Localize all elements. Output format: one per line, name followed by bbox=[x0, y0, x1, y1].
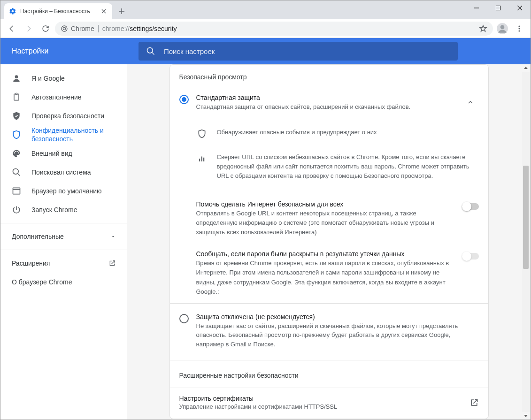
scroll-up-arrow-icon[interactable] bbox=[522, 64, 530, 72]
svg-point-7 bbox=[518, 30, 520, 31]
site-info-chip[interactable]: Chrome bbox=[61, 25, 94, 32]
search-icon bbox=[146, 46, 155, 56]
radio-option-standard-protection[interactable]: Стандартная защита Стандартная защита от… bbox=[170, 89, 488, 123]
shield-icon bbox=[196, 128, 208, 139]
sidebar-item-on-startup[interactable]: Запуск Chrome bbox=[0, 200, 127, 219]
detail-text: Сверяет URL со списком небезопасных сайт… bbox=[217, 153, 479, 181]
tab-close-icon[interactable] bbox=[100, 8, 108, 15]
section-heading-advanced-security: Расширенные настройки безопасности bbox=[170, 360, 488, 388]
sidebar-advanced-toggle[interactable]: Дополнительные bbox=[0, 227, 127, 246]
sidebar-item-safety-check[interactable]: Проверка безопасности bbox=[0, 107, 127, 125]
scroll-down-arrow-icon[interactable] bbox=[522, 412, 530, 420]
radio-title: Стандартная защита bbox=[196, 94, 454, 101]
sidebar-item-label: Внешний вид bbox=[31, 150, 72, 157]
window-controls bbox=[466, 0, 531, 15]
sidebar-item-label: Я и Google bbox=[31, 75, 65, 82]
scrollbar-thumb[interactable] bbox=[523, 166, 529, 269]
window-titlebar: Настройки – Безопасность bbox=[0, 0, 531, 19]
power-icon bbox=[12, 205, 21, 214]
svg-point-6 bbox=[518, 28, 520, 29]
svg-rect-0 bbox=[496, 6, 500, 10]
svg-point-9 bbox=[15, 75, 18, 78]
browser-toolbar: Chrome chrome://settings/security bbox=[0, 19, 531, 38]
chevron-down-icon bbox=[110, 234, 116, 239]
safe-browsing-card: Безопасный просмотр Стандартная защита С… bbox=[169, 64, 489, 419]
radio-subtitle: Не защищает вас от сайтов, расширений и … bbox=[196, 321, 479, 349]
search-icon bbox=[12, 168, 21, 177]
svg-point-10 bbox=[13, 169, 19, 175]
settings-main-panel: Безопасный просмотр Стандартная защита С… bbox=[127, 64, 531, 420]
sidebar-item-you-and-google[interactable]: Я и Google bbox=[0, 69, 127, 88]
window-maximize-button[interactable] bbox=[487, 0, 509, 15]
sidebar-extensions-link[interactable]: Расширения bbox=[0, 254, 127, 273]
svg-point-2 bbox=[63, 27, 65, 30]
sidebar-item-search-engine[interactable]: Поисковая система bbox=[0, 163, 127, 182]
radio-button-icon[interactable] bbox=[179, 95, 189, 104]
manage-certificates-row[interactable]: Настроить сертификаты Управление настрой… bbox=[170, 388, 488, 419]
svg-point-1 bbox=[62, 26, 67, 31]
sidebar-item-label: Проверка безопасности bbox=[31, 112, 104, 120]
radio-option-no-protection[interactable]: Защита отключена (не рекомендуется) Не з… bbox=[170, 303, 488, 360]
omnibox-divider bbox=[98, 25, 99, 32]
toggle-switch[interactable] bbox=[462, 252, 479, 260]
sidebar-item-label: Поисковая система bbox=[31, 168, 91, 176]
toggle-title: Помочь сделать Интернет безопасным для в… bbox=[196, 200, 453, 208]
shield-icon bbox=[12, 130, 21, 139]
link-row-title: Настроить сертификаты bbox=[179, 395, 469, 402]
new-tab-button[interactable] bbox=[115, 5, 128, 18]
sidebar-item-label: Автозаполнение bbox=[31, 93, 82, 101]
sidebar-item-label: Браузер по умолчанию bbox=[31, 187, 102, 195]
sidebar-item-autofill[interactable]: Автозаполнение bbox=[0, 88, 127, 107]
nav-back-button[interactable] bbox=[4, 21, 19, 36]
toggle-switch[interactable] bbox=[462, 202, 479, 211]
svg-rect-11 bbox=[13, 188, 20, 194]
sidebar-item-label: Запуск Chrome bbox=[31, 206, 77, 214]
collapse-button[interactable] bbox=[462, 94, 479, 111]
radio-title: Защита отключена (не рекомендуется) bbox=[196, 313, 479, 321]
browser-tab[interactable]: Настройки – Безопасность bbox=[4, 3, 112, 19]
settings-sidebar: Я и Google Автозаполнение Проверка безоп… bbox=[0, 64, 127, 420]
svg-point-5 bbox=[518, 25, 520, 27]
external-link-icon bbox=[469, 398, 479, 407]
window-minimize-button[interactable] bbox=[466, 0, 487, 15]
person-icon bbox=[12, 74, 21, 83]
sidebar-separator bbox=[0, 250, 127, 250]
address-bar[interactable]: Chrome chrome://settings/security bbox=[55, 22, 493, 36]
link-row-subtitle: Управление настройками и сертификатами H… bbox=[179, 403, 469, 410]
sidebar-link-label: Расширения bbox=[12, 260, 50, 267]
sidebar-item-appearance[interactable]: Внешний вид bbox=[0, 144, 127, 163]
svg-rect-14 bbox=[203, 157, 204, 161]
sidebar-separator bbox=[0, 223, 127, 223]
settings-search-box[interactable] bbox=[139, 42, 458, 61]
browser-window-icon bbox=[12, 186, 21, 196]
sidebar-item-privacy-security[interactable]: Конфиденциальность и безопасность bbox=[0, 125, 127, 144]
svg-point-8 bbox=[147, 48, 153, 53]
settings-search-input[interactable] bbox=[163, 47, 450, 56]
external-link-icon bbox=[108, 260, 116, 267]
page-scrollbar[interactable] bbox=[522, 64, 530, 420]
sidebar-about-link[interactable]: О браузере Chrome bbox=[0, 273, 127, 291]
sidebar-item-default-browser[interactable]: Браузер по умолчанию bbox=[0, 182, 127, 200]
sidebar-item-label: Конфиденциальность и безопасность bbox=[31, 126, 116, 143]
radio-subtitle: Стандартная защита от опасных сайтов, ра… bbox=[196, 102, 454, 112]
browser-menu-button[interactable] bbox=[512, 21, 527, 36]
bookmark-star-icon[interactable] bbox=[479, 24, 487, 33]
tab-title: Настройки – Безопасность bbox=[20, 8, 96, 15]
svg-rect-12 bbox=[199, 159, 200, 161]
nav-reload-button[interactable] bbox=[38, 21, 53, 36]
sidebar-advanced-label: Дополнительные bbox=[12, 233, 64, 240]
site-info-label: Chrome bbox=[71, 25, 94, 32]
nav-forward-button[interactable] bbox=[21, 21, 36, 36]
svg-point-4 bbox=[500, 25, 505, 29]
radio-button-icon[interactable] bbox=[179, 314, 189, 323]
tab-favicon-settings-icon bbox=[9, 8, 16, 15]
toggle-title: Сообщать, если пароли были раскрыты в ре… bbox=[196, 250, 453, 258]
window-close-button[interactable] bbox=[509, 0, 531, 15]
toggle-subtitle: Отправлять в Google URL и контент некото… bbox=[196, 209, 453, 237]
profile-avatar-icon[interactable] bbox=[495, 21, 510, 36]
svg-rect-13 bbox=[201, 156, 202, 161]
section-heading-safe-browsing: Безопасный просмотр bbox=[170, 65, 488, 89]
palette-icon bbox=[12, 149, 21, 158]
standard-protection-details: Обнаруживает опасные события и предупреж… bbox=[170, 123, 488, 194]
toggle-row-password-leak: Сообщать, если пароли были раскрыты в ре… bbox=[170, 244, 488, 303]
